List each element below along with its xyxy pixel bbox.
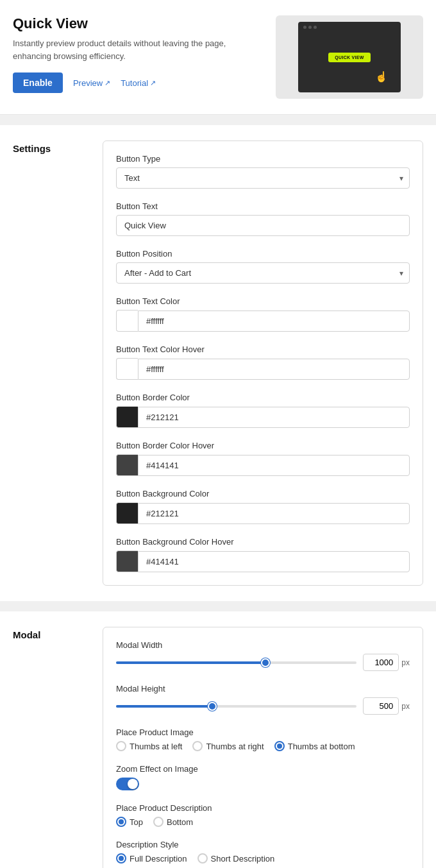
radio-dot-full-description bbox=[119, 856, 124, 861]
modal-width-value-wrapper: px bbox=[363, 654, 410, 671]
modal-height-label: Modal Height bbox=[116, 684, 410, 694]
radio-short-description[interactable]: Short Description bbox=[197, 853, 275, 864]
radio-circle-desc-top bbox=[116, 817, 126, 827]
enable-button[interactable]: Enable bbox=[13, 72, 63, 93]
zoom-effect-toggle-knob bbox=[128, 779, 138, 789]
radio-desc-bottom[interactable]: Bottom bbox=[153, 817, 193, 827]
button-background-color-swatch[interactable] bbox=[116, 502, 138, 524]
place-product-description-label: Place Product Description bbox=[116, 803, 410, 813]
radio-circle-full-description bbox=[116, 853, 126, 864]
button-border-color-label: Button Border Color bbox=[116, 393, 410, 402]
button-text-color-label: Button Text Color bbox=[116, 296, 410, 306]
button-border-color-swatch[interactable] bbox=[116, 406, 138, 428]
button-position-label: Button Position bbox=[116, 249, 410, 259]
modal-label: Modal bbox=[13, 627, 90, 640]
place-product-description-radio-group: Top Bottom bbox=[116, 817, 410, 827]
header-actions: Enable Preview ↗ Tutorial ↗ bbox=[13, 72, 263, 93]
button-background-color-input[interactable] bbox=[138, 503, 410, 524]
radio-circle-desc-bottom bbox=[153, 817, 164, 827]
place-product-image-radio-group: Thumbs at left Thumbs at right Thumbs at… bbox=[116, 741, 410, 751]
modal-height-slider-thumb[interactable] bbox=[208, 702, 217, 711]
button-text-color-hover-swatch[interactable] bbox=[116, 358, 138, 380]
external-link-icon-2: ↗ bbox=[150, 79, 156, 87]
button-background-color-hover-input[interactable] bbox=[138, 551, 410, 572]
zoom-effect-field: Zoom Effect on Image bbox=[116, 764, 410, 790]
button-border-color-input[interactable] bbox=[138, 407, 410, 428]
radio-label-thumbs-bottom: Thumbs at bottom bbox=[288, 742, 355, 751]
modal-width-unit: px bbox=[401, 658, 410, 667]
radio-dot-desc-top bbox=[119, 819, 124, 824]
preview-dot-2 bbox=[308, 26, 312, 29]
button-position-field: Button Position Before - Add to Cart Aft… bbox=[116, 249, 410, 284]
place-product-image-label: Place Product Image bbox=[116, 728, 410, 737]
radio-desc-top[interactable]: Top bbox=[116, 817, 143, 827]
button-text-color-hover-label: Button Text Color Hover bbox=[116, 345, 410, 354]
external-link-icon: ↗ bbox=[105, 79, 110, 87]
zoom-effect-toggle-wrapper bbox=[116, 778, 410, 790]
modal-width-slider-thumb[interactable] bbox=[261, 658, 270, 667]
button-text-color-input[interactable] bbox=[138, 311, 410, 332]
modal-height-slider-track[interactable] bbox=[116, 705, 356, 708]
button-background-color-label: Button Background Color bbox=[116, 489, 410, 498]
button-type-label: Button Type bbox=[116, 154, 410, 164]
modal-height-input[interactable] bbox=[363, 697, 399, 715]
button-text-field: Button Text bbox=[116, 201, 410, 236]
modal-width-input[interactable] bbox=[363, 654, 399, 671]
radio-circle-thumbs-bottom bbox=[274, 741, 285, 751]
button-border-color-hover-field: Button Border Color Hover bbox=[116, 441, 410, 476]
place-product-image-field: Place Product Image Thumbs at left Thumb… bbox=[116, 728, 410, 751]
description-style-label: Description Style bbox=[116, 840, 410, 849]
preview-mockup: QUICK VIEW ☝ bbox=[298, 22, 401, 92]
tutorial-link[interactable]: Tutorial ↗ bbox=[121, 78, 156, 88]
button-border-color-hover-input-wrapper bbox=[116, 454, 410, 476]
preview-dot-1 bbox=[303, 26, 306, 29]
button-position-select[interactable]: Before - Add to Cart After - Add to Cart… bbox=[116, 262, 410, 284]
modal-height-value-wrapper: px bbox=[363, 697, 410, 715]
radio-thumbs-right[interactable]: Thumbs at right bbox=[192, 741, 264, 751]
button-text-color-hover-field: Button Text Color Hover bbox=[116, 345, 410, 380]
button-background-color-hover-swatch[interactable] bbox=[116, 550, 138, 572]
radio-circle-thumbs-left bbox=[116, 741, 126, 751]
radio-thumbs-bottom[interactable]: Thumbs at bottom bbox=[274, 741, 355, 751]
radio-full-description[interactable]: Full Description bbox=[116, 853, 187, 864]
button-type-select-wrapper: Text Icon Text + Icon ▾ bbox=[116, 167, 410, 189]
radio-label-thumbs-right: Thumbs at right bbox=[206, 742, 264, 751]
button-text-color-swatch[interactable] bbox=[116, 310, 138, 332]
button-background-color-hover-input-wrapper bbox=[116, 550, 410, 572]
modal-width-slider-row: px bbox=[116, 654, 410, 671]
place-product-description-field: Place Product Description Top Bottom bbox=[116, 803, 410, 827]
header-left: Quick View Instantly preview product det… bbox=[13, 15, 276, 93]
button-background-color-field: Button Background Color bbox=[116, 489, 410, 524]
modal-section: Modal Modal Width px Modal He bbox=[0, 611, 436, 868]
radio-thumbs-left[interactable]: Thumbs at left bbox=[116, 741, 182, 751]
button-text-label: Button Text bbox=[116, 201, 410, 211]
button-border-color-hover-label: Button Border Color Hover bbox=[116, 441, 410, 450]
modal-height-slider-fill bbox=[116, 705, 212, 708]
modal-height-unit: px bbox=[401, 702, 410, 711]
preview-image: QUICK VIEW ☝ bbox=[276, 15, 423, 99]
divider-2 bbox=[0, 601, 436, 611]
button-text-color-hover-input[interactable] bbox=[138, 359, 410, 380]
radio-label-thumbs-left: Thumbs at left bbox=[130, 742, 182, 751]
button-type-select[interactable]: Text Icon Text + Icon bbox=[116, 167, 410, 189]
header-description: Instantly preview product details withou… bbox=[13, 37, 263, 62]
button-border-color-hover-swatch[interactable] bbox=[116, 454, 138, 476]
preview-link[interactable]: Preview ↗ bbox=[73, 78, 110, 88]
button-text-color-hover-input-wrapper bbox=[116, 358, 410, 380]
settings-section: Settings Button Type Text Icon Text + Ic… bbox=[0, 125, 436, 601]
modal-width-label: Modal Width bbox=[116, 640, 410, 650]
preview-dot-3 bbox=[314, 26, 317, 29]
button-border-color-hover-input[interactable] bbox=[138, 455, 410, 476]
button-background-color-hover-field: Button Background Color Hover bbox=[116, 537, 410, 572]
zoom-effect-toggle[interactable] bbox=[116, 778, 139, 790]
radio-circle-thumbs-right bbox=[192, 741, 203, 751]
preview-topbar bbox=[303, 26, 317, 29]
button-text-color-input-wrapper bbox=[116, 310, 410, 332]
button-border-color-input-wrapper bbox=[116, 406, 410, 428]
button-background-color-hover-label: Button Background Color Hover bbox=[116, 537, 410, 547]
tutorial-link-label: Tutorial bbox=[121, 78, 148, 88]
modal-width-slider-track[interactable] bbox=[116, 661, 356, 664]
radio-dot-thumbs-bottom bbox=[277, 744, 282, 749]
modal-form-panel: Modal Width px Modal Height bbox=[103, 627, 423, 868]
button-text-input[interactable] bbox=[116, 215, 410, 236]
